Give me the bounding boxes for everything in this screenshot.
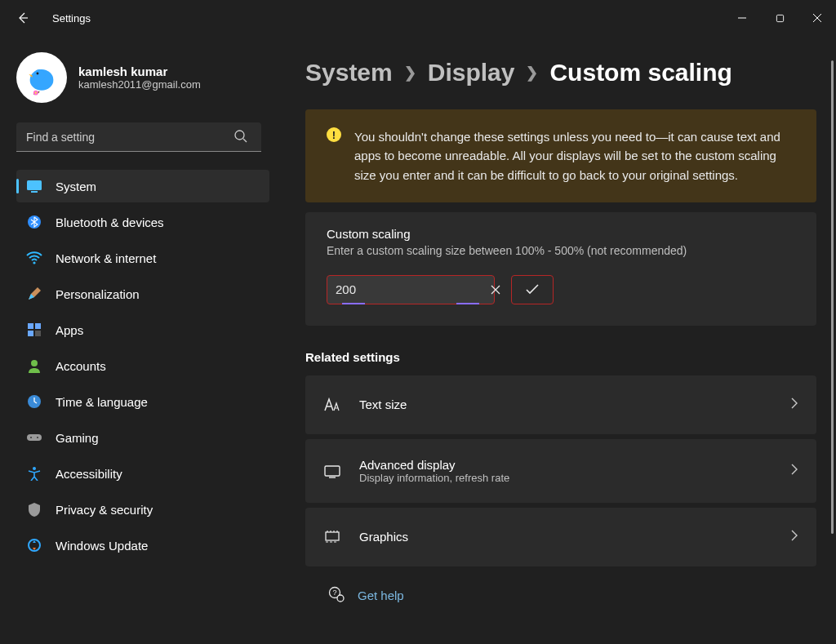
help-row: ? Get help [305,566,816,611]
nav-label: Personalization [56,287,140,301]
breadcrumb-system[interactable]: System [305,59,393,87]
search-row [16,122,260,152]
related-subtitle: Display information, refresh rate [359,472,772,484]
sidebar: kamlesh kumar kamlesh2011@gmail.com Syst… [0,36,268,644]
nav-label: Gaming [56,431,99,445]
back-button[interactable] [7,2,39,34]
chevron-right-icon [790,464,798,478]
close-button[interactable] [798,4,836,32]
user-profile[interactable]: kamlesh kumar kamlesh2011@gmail.com [16,52,260,103]
svg-point-19 [37,437,38,438]
avatar [16,52,67,103]
nav-gaming[interactable]: Gaming [16,421,269,454]
nav-accessibility[interactable]: Accessibility [16,457,269,490]
svg-point-6 [235,131,244,140]
get-help-link[interactable]: Get help [358,588,404,602]
svg-point-26 [337,595,344,602]
scaling-input-wrap [327,275,495,304]
breadcrumb-current: Custom scaling [549,59,732,87]
scaling-subtitle: Enter a custom scaling size between 100%… [327,244,795,257]
nav-label: Accounts [56,359,106,373]
titlebar: Settings [0,0,836,36]
close-icon [812,13,822,23]
warning-text: You shouldn't change these settings unle… [354,127,795,184]
user-email: kamlesh2011@gmail.com [78,78,201,91]
user-name: kamlesh kumar [78,64,201,78]
content-area: System ❯ Display ❯ Custom scaling ! You … [268,36,836,644]
nav-label: Privacy & security [56,503,153,517]
svg-rect-22 [325,466,340,476]
related-title: Advanced display [359,458,772,472]
breadcrumb: System ❯ Display ❯ Custom scaling [305,59,816,87]
apps-icon [26,322,42,338]
svg-point-15 [31,360,38,366]
maximize-icon [776,14,785,23]
related-text-size[interactable]: Text size [305,375,816,434]
clock-globe-icon [26,393,42,410]
check-icon [525,284,540,295]
update-icon [26,537,42,553]
warning-panel: ! You shouldn't change these settings un… [305,109,816,202]
svg-rect-8 [31,191,38,193]
x-icon [491,285,500,295]
scrollbar[interactable] [831,60,834,615]
breadcrumb-display[interactable]: Display [428,59,515,87]
related-title: Graphics [359,530,772,544]
help-icon: ? [328,586,345,606]
related-list: Text size Advanced display Display infor… [305,375,816,566]
nav-personalization[interactable]: Personalization [16,278,269,310]
nav-network[interactable]: Network & internet [16,242,269,274]
person-icon [26,358,42,374]
bluetooth-icon [26,214,42,230]
nav-label: Bluetooth & devices [56,215,164,229]
nav-system[interactable]: System [16,170,269,202]
accessibility-icon [26,465,42,482]
svg-rect-14 [35,331,41,336]
nav-privacy[interactable]: Privacy & security [16,493,269,526]
svg-rect-17 [27,434,42,441]
nav-label: Time & language [56,395,148,409]
svg-rect-7 [27,180,42,190]
nav-apps[interactable]: Apps [16,313,269,346]
svg-point-5 [35,92,37,94]
nav-label: Accessibility [56,467,122,481]
search-icon [233,129,248,147]
settings-window: Settings [0,0,836,644]
nav-time-language[interactable]: Time & language [16,385,269,418]
svg-rect-23 [326,532,339,540]
nav-windows-update[interactable]: Windows Update [16,529,269,562]
svg-point-3 [37,73,39,75]
svg-point-2 [33,69,45,81]
scrollbar-thumb[interactable] [831,60,834,534]
chevron-right-icon: ❯ [404,64,416,82]
chevron-right-icon [790,530,798,544]
bird-icon [23,59,60,96]
related-heading: Related settings [305,350,816,364]
clear-button[interactable] [491,282,500,297]
nav-accounts[interactable]: Accounts [16,349,269,382]
svg-text:?: ? [332,588,336,597]
related-graphics[interactable]: Graphics [305,508,816,566]
text-size-icon [323,396,341,414]
paintbrush-icon [26,286,42,302]
minimize-button[interactable] [723,4,761,32]
maximize-button[interactable] [761,4,798,32]
svg-rect-12 [35,323,41,329]
search-input[interactable] [16,122,261,152]
nav-label: System [56,180,96,193]
related-advanced-display[interactable]: Advanced display Display information, re… [305,439,816,503]
gamepad-icon [26,429,42,446]
custom-scaling-panel: Custom scaling Enter a custom scaling si… [305,212,816,326]
svg-rect-11 [28,323,33,329]
minimize-icon [737,13,747,23]
apply-button[interactable] [511,275,554,304]
related-title: Text size [359,398,772,411]
nav-label: Apps [56,323,83,337]
display-icon [323,462,341,480]
gpu-icon [323,528,341,546]
warning-icon: ! [327,127,341,142]
chevron-right-icon: ❯ [526,64,538,82]
nav-bluetooth[interactable]: Bluetooth & devices [16,206,269,238]
svg-point-20 [33,467,36,470]
scaling-input[interactable] [336,282,491,296]
